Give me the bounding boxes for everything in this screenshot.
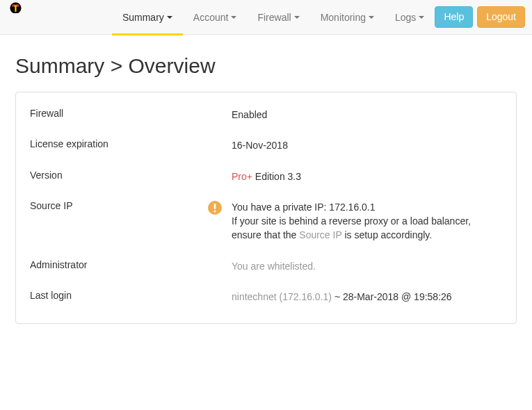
row-label: Version xyxy=(30,170,232,181)
row-value: You are whitelisted. xyxy=(232,259,502,273)
row-value: Pro+ Edition 3.3 xyxy=(232,170,502,183)
nav-links: Summary Account Firewall Monitoring Logs xyxy=(112,0,435,35)
row-value: nintechnet (172.16.0.1) ~ 28-Mar-2018 @ … xyxy=(232,290,502,304)
version-pro: Pro+ xyxy=(232,171,252,182)
nav-item-firewall[interactable]: Firewall xyxy=(247,0,309,35)
nav-item-logs[interactable]: Logs xyxy=(385,0,435,35)
lastlogin-rest: ~ 28-Mar-2018 @ 19:58:26 xyxy=(332,291,452,302)
row-firewall: Firewall Enabled xyxy=(30,99,502,130)
row-label: Source IP xyxy=(30,200,232,215)
row-label: Firewall xyxy=(30,108,232,119)
chevron-down-icon xyxy=(419,16,424,19)
svg-point-8 xyxy=(214,210,216,212)
row-label: Administrator xyxy=(30,259,232,270)
nav-label: Summary xyxy=(122,12,164,23)
summary-panel: Firewall Enabled License expiration 16-N… xyxy=(15,92,517,324)
nav-label: Monitoring xyxy=(321,12,366,23)
row-version: Version Pro+ Edition 3.3 xyxy=(30,161,502,192)
firewall-logo-icon xyxy=(10,2,22,14)
row-value: You have a private IP: 172.16.0.1 If you… xyxy=(232,200,502,243)
logo xyxy=(10,2,22,33)
row-admin: Administrator You are whitelisted. xyxy=(30,251,502,281)
row-label-text: Source IP xyxy=(30,200,72,211)
chevron-down-icon xyxy=(231,16,236,19)
row-value: Enabled xyxy=(232,108,502,122)
chevron-down-icon xyxy=(369,16,374,19)
sourceip-link[interactable]: Source IP xyxy=(299,229,341,240)
row-sourceip: Source IP You have a private IP: 172.16.… xyxy=(30,192,502,251)
row-license: License expiration 16-Nov-2018 xyxy=(30,130,502,161)
nav-label: Logs xyxy=(395,12,416,23)
row-label: License expiration xyxy=(30,138,232,149)
nav-item-monitoring[interactable]: Monitoring xyxy=(310,0,385,35)
row-lastlogin: Last login nintechnet (172.16.0.1) ~ 28-… xyxy=(30,281,502,312)
sourceip-text-b: is setup accordingly. xyxy=(342,229,433,240)
row-value: 16-Nov-2018 xyxy=(232,138,502,152)
help-button[interactable]: Help xyxy=(435,6,473,28)
sourceip-line1: You have a private IP: 172.16.0.1 xyxy=(232,200,502,214)
svg-rect-7 xyxy=(214,204,216,209)
chevron-down-icon xyxy=(167,16,172,19)
nav-item-summary[interactable]: Summary xyxy=(112,0,183,35)
navbar: Summary Account Firewall Monitoring Logs… xyxy=(0,0,532,35)
sourceip-line2: If your site is behind a reverse proxy o… xyxy=(232,214,502,243)
logout-button[interactable]: Logout xyxy=(477,6,525,28)
version-edition: Edition 3.3 xyxy=(252,171,301,182)
svg-rect-5 xyxy=(15,5,17,6)
nav-label: Account xyxy=(193,12,229,23)
nav-item-account[interactable]: Account xyxy=(183,0,248,35)
chevron-down-icon xyxy=(294,16,300,19)
svg-rect-4 xyxy=(15,6,16,11)
warning-icon xyxy=(208,201,222,215)
page-title: Summary > Overview xyxy=(15,54,517,78)
lastlogin-user: nintechnet (172.16.0.1) xyxy=(232,291,332,302)
row-label: Last login xyxy=(30,290,232,301)
nav-label: Firewall xyxy=(257,12,291,23)
nav-right: Help Logout xyxy=(435,6,525,28)
content: Summary > Overview Firewall Enabled Lice… xyxy=(0,35,532,338)
